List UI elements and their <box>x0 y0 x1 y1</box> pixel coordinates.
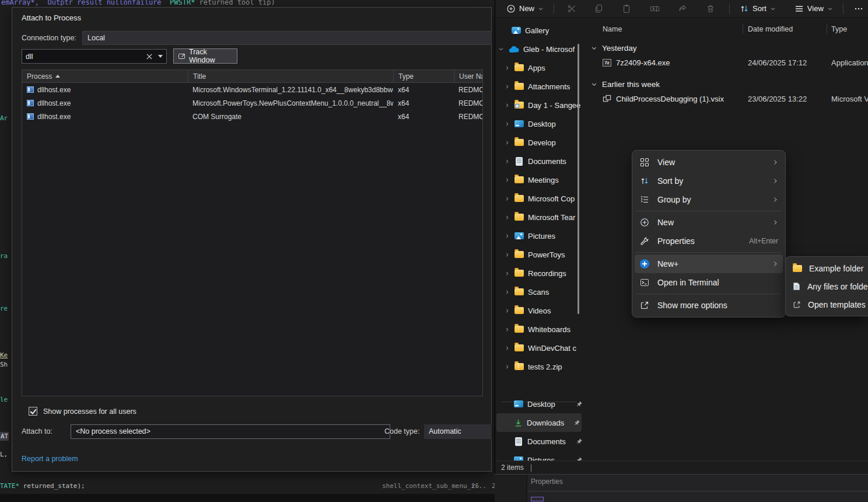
chevron-right-icon[interactable] <box>503 271 510 276</box>
attach-to-field[interactable]: <No process selected> <box>71 424 390 439</box>
sidebar-item-powertoys[interactable]: PowerToys <box>495 245 584 264</box>
column-header-name[interactable]: Name <box>603 25 748 33</box>
menu-item-new-plus[interactable]: New+ <box>635 255 783 273</box>
more-options-icon[interactable] <box>852 1 866 17</box>
sidebar-item-whiteboards[interactable]: Whiteboards <box>495 320 584 339</box>
sidebar-item-pictures[interactable]: Pictures <box>495 226 584 245</box>
sidebar-item-meetings[interactable]: Meetings <box>495 170 584 189</box>
chevron-right-icon[interactable] <box>503 140 510 145</box>
show-all-users-checkbox-row[interactable]: Show processes for all users <box>29 407 136 416</box>
column-header-title[interactable]: Title <box>188 70 393 82</box>
menu-item-show-more-options[interactable]: Show more options <box>635 296 783 315</box>
codelens-reference[interactable]: shell_context_sub_menu_i... <box>382 482 487 490</box>
sidebar-item-pictures-pinned[interactable]: Pictures <box>495 451 584 461</box>
chevron-right-icon[interactable] <box>503 327 510 332</box>
menu-item-sort-by[interactable]: Sort by <box>635 172 783 190</box>
new-button[interactable]: New <box>501 1 549 17</box>
sidebar-item-attachments[interactable]: Attachments <box>495 77 584 96</box>
chevron-down-icon[interactable] <box>498 46 505 52</box>
submenu-item-any-files[interactable]: Any files or folde <box>788 277 868 295</box>
chevron-right-icon[interactable] <box>503 290 510 295</box>
chevron-right-icon[interactable] <box>503 252 510 257</box>
filter-dropdown-icon[interactable] <box>158 55 163 58</box>
submenu-item-open-templates[interactable]: Open templates <box>788 295 868 313</box>
codelens-count[interactable]: 26 <box>471 482 479 490</box>
sidebar-item-documents-pinned[interactable]: Documents <box>495 432 584 451</box>
focused-property-field[interactable] <box>531 497 544 501</box>
sidebar-item-desktop-pinned[interactable]: Desktop <box>495 395 584 413</box>
checkbox-checked-icon[interactable] <box>29 407 37 416</box>
sidebar-item-apps[interactable]: Apps <box>495 58 584 77</box>
sidebar-item-onedrive[interactable]: Gleb - Microsof <box>495 40 584 58</box>
sort-button[interactable]: Sort <box>734 1 781 17</box>
process-row[interactable]: dllhost.exe Microsoft.WindowsTerminal_1.… <box>22 83 482 96</box>
column-header-type[interactable]: Type <box>831 25 868 33</box>
sidebar-item-documents[interactable]: Documents <box>495 152 584 170</box>
group-header-earlier[interactable]: Earlier this week <box>589 78 868 90</box>
chevron-right-icon[interactable] <box>503 121 510 127</box>
menu-item-group-by[interactable]: Group by <box>635 190 783 209</box>
chevron-right-icon[interactable] <box>503 65 510 71</box>
column-separator[interactable] <box>743 24 743 34</box>
file-row-7z[interactable]: 7z 7z2409-x64.exe 24/06/2025 17:12 Appli… <box>589 54 868 71</box>
menu-item-properties[interactable]: Properties Alt+Enter <box>635 232 783 250</box>
chevron-right-icon[interactable] <box>503 308 510 313</box>
process-table: Process Title Type User Name dllhost.exe… <box>22 69 483 396</box>
track-window-button[interactable]: Track Window <box>173 48 237 64</box>
menu-item-new[interactable]: New <box>635 213 783 232</box>
sidebar-item-day1[interactable]: Day 1 - Sangee <box>495 96 584 114</box>
delete-icon[interactable] <box>704 1 718 17</box>
chevron-right-icon[interactable] <box>503 233 510 239</box>
report-problem-link[interactable]: Report a problem <box>22 455 78 463</box>
column-header-process[interactable]: Process <box>22 70 188 82</box>
sidebar-item-develop[interactable]: Develop <box>495 133 584 152</box>
clear-filter-icon[interactable] <box>144 48 155 65</box>
rename-icon[interactable] <box>648 1 662 17</box>
chevron-right-icon[interactable] <box>503 84 510 89</box>
new-button-label: New <box>519 4 534 13</box>
sidebar-item-windevchat[interactable]: WinDevChat c <box>495 339 584 357</box>
submenu-item-example-folder[interactable]: Example folder <box>788 259 868 277</box>
chevron-right-icon[interactable] <box>503 364 510 369</box>
paste-icon[interactable] <box>620 1 634 17</box>
menu-item-view[interactable]: View <box>635 153 783 172</box>
file-row-vsix[interactable]: ChildProcessDebugging (1).vsix 23/06/202… <box>589 90 868 107</box>
copy-icon[interactable] <box>592 1 606 17</box>
sidebar-item-gallery[interactable]: Gallery <box>495 21 584 40</box>
cut-icon[interactable] <box>565 1 579 17</box>
process-filter-input[interactable]: dll <box>22 49 167 64</box>
sidebar-item-scans[interactable]: Scans <box>495 283 584 301</box>
chevron-right-icon[interactable] <box>503 196 510 201</box>
column-header-user[interactable]: User Name <box>454 70 482 82</box>
chevron-down-icon[interactable] <box>591 81 597 88</box>
process-row[interactable]: dllhost.exe COM Surrogate x64 REDMOND <box>22 110 482 123</box>
share-icon[interactable] <box>676 1 690 17</box>
process-row[interactable]: dllhost.exe Microsoft.PowerToys.NewPlusC… <box>22 96 482 110</box>
sidebar-item-microsoft-cop[interactable]: Microsoft Cop <box>495 189 584 208</box>
sidebar-scrollbar[interactable] <box>578 44 579 314</box>
connection-type-label: Connection type: <box>22 34 76 42</box>
column-separator[interactable] <box>827 24 827 34</box>
sidebar-item-desktop[interactable]: Desktop <box>495 114 584 133</box>
plus-circle-icon <box>639 218 650 227</box>
group-header-yesterday[interactable]: Yesterday <box>589 41 868 54</box>
sidebar-item-recordings[interactable]: Recordings <box>495 264 584 283</box>
attach-to-label: Attach to: <box>22 427 52 435</box>
view-button[interactable]: View <box>789 1 838 17</box>
sidebar-item-downloads-pinned[interactable]: Downloads <box>496 413 582 432</box>
sidebar-item-videos[interactable]: Videos <box>495 301 584 320</box>
view-icon <box>794 4 804 13</box>
menu-item-open-in-terminal[interactable]: Open in Terminal <box>635 273 783 292</box>
chevron-right-icon[interactable] <box>503 346 510 351</box>
column-header-date[interactable]: Date modified <box>748 25 831 33</box>
chevron-right-icon[interactable] <box>503 215 510 220</box>
chevron-right-icon[interactable] <box>503 159 510 164</box>
sidebar-item-tests-zip[interactable]: tests 2.zip <box>495 357 584 376</box>
chevron-right-icon[interactable] <box>503 103 510 108</box>
sidebar-item-microsoft-tear[interactable]: Microsoft Tear <box>495 208 584 226</box>
column-header-type[interactable]: Type <box>393 70 454 82</box>
connection-type-combobox[interactable]: Local <box>82 31 492 45</box>
chevron-down-icon[interactable] <box>591 45 597 51</box>
chevron-right-icon[interactable] <box>503 177 510 183</box>
code-type-combobox[interactable]: Automatic <box>424 424 492 439</box>
